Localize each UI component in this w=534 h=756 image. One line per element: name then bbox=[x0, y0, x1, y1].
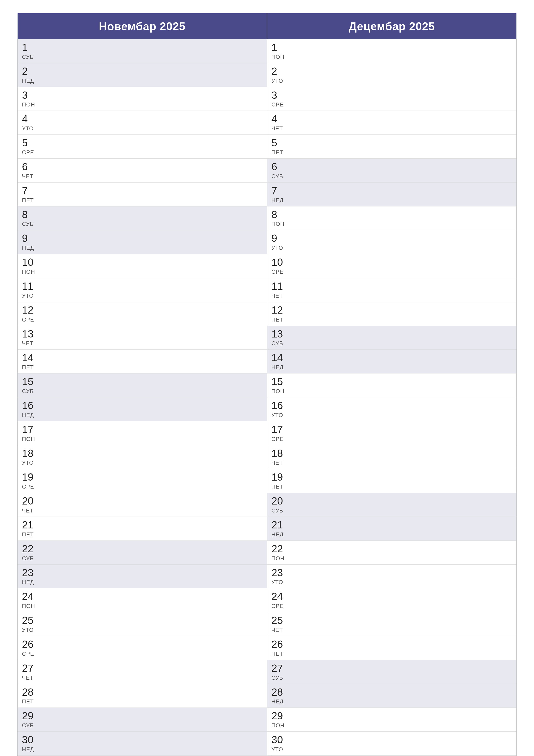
nov-day-row-13: 13 ЧЕТ bbox=[18, 326, 267, 350]
nov-day-row-6: 6 ЧЕТ bbox=[18, 159, 267, 182]
nov-day-info-16: 16 НЕД bbox=[22, 400, 39, 418]
dec-day-info-24: 24 СРЕ bbox=[271, 591, 289, 609]
nov-day-row-21: 21 ПЕТ bbox=[18, 517, 267, 541]
dec-day-number-26: 26 bbox=[271, 639, 289, 650]
dec-day-name-22: ПОН bbox=[271, 555, 289, 562]
dec-day-info-29: 29 ПОН bbox=[271, 710, 289, 729]
nov-day-row-19: 19 СРЕ bbox=[18, 469, 267, 493]
nov-day-row-26: 26 СРЕ bbox=[18, 636, 267, 660]
dec-day-name-16: УТО bbox=[271, 412, 289, 418]
dec-day-row-6: 6 СУБ bbox=[267, 159, 517, 182]
nov-day-info-7: 7 ПЕТ bbox=[22, 185, 39, 204]
nov-day-row-7: 7 ПЕТ bbox=[18, 182, 267, 206]
nov-day-number-23: 23 bbox=[22, 567, 39, 579]
dec-day-number-1: 1 bbox=[271, 42, 289, 53]
dec-day-info-20: 20 СУБ bbox=[271, 496, 289, 514]
nov-day-name-23: НЕД bbox=[22, 579, 39, 585]
dec-day-info-11: 11 ЧЕТ bbox=[271, 281, 289, 299]
dec-day-number-10: 10 bbox=[271, 257, 289, 268]
dec-day-name-20: СУБ bbox=[271, 507, 289, 514]
dec-day-number-13: 13 bbox=[271, 328, 289, 340]
dec-day-number-8: 8 bbox=[271, 209, 289, 221]
nov-day-number-16: 16 bbox=[22, 400, 39, 411]
dec-day-row-10: 10 СРЕ bbox=[267, 254, 517, 278]
december-column: 1 ПОН 2 УТО 3 СРЕ 4 ЧЕТ 5 ПЕТ bbox=[267, 39, 517, 756]
nov-day-row-8: 8 СУБ bbox=[18, 206, 267, 230]
nov-day-name-25: УТО bbox=[22, 627, 39, 634]
nov-day-row-25: 25 УТО bbox=[18, 612, 267, 636]
nov-day-row-23: 23 НЕД bbox=[18, 565, 267, 588]
dec-day-row-26: 26 ПЕТ bbox=[267, 636, 517, 660]
nov-day-name-19: СРЕ bbox=[22, 483, 39, 490]
dec-day-info-10: 10 СРЕ bbox=[271, 257, 289, 275]
dec-day-name-26: ПЕТ bbox=[271, 651, 289, 657]
nov-day-info-12: 12 СРЕ bbox=[22, 305, 39, 323]
dec-day-number-5: 5 bbox=[271, 137, 289, 149]
nov-day-name-2: НЕД bbox=[22, 78, 39, 84]
nov-day-name-12: СРЕ bbox=[22, 316, 39, 323]
dec-day-row-21: 21 НЕД bbox=[267, 517, 517, 541]
dec-day-name-7: НЕД bbox=[271, 197, 289, 204]
dec-day-number-23: 23 bbox=[271, 567, 289, 579]
nov-day-row-2: 2 НЕД bbox=[18, 63, 267, 87]
dec-day-name-23: УТО bbox=[271, 579, 289, 585]
dec-day-number-29: 29 bbox=[271, 710, 289, 722]
dec-day-info-18: 18 ЧЕТ bbox=[271, 448, 289, 466]
nov-day-row-20: 20 ЧЕТ bbox=[18, 493, 267, 517]
december-header: Децембар 2025 bbox=[267, 14, 516, 39]
nov-day-row-1: 1 СУБ bbox=[18, 39, 267, 63]
nov-day-info-21: 21 ПЕТ bbox=[22, 519, 39, 538]
nov-day-row-10: 10 ПОН bbox=[18, 254, 267, 278]
dec-day-number-28: 28 bbox=[271, 687, 289, 698]
dec-day-number-19: 19 bbox=[271, 472, 289, 483]
nov-day-name-6: ЧЕТ bbox=[22, 173, 39, 180]
nov-day-row-28: 28 ПЕТ bbox=[18, 684, 267, 708]
november-column: 1 СУБ 2 НЕД 3 ПОН 4 УТО 5 СРЕ bbox=[18, 39, 267, 756]
dec-day-info-4: 4 ЧЕТ bbox=[271, 113, 289, 132]
nov-day-info-27: 27 ЧЕТ bbox=[22, 663, 39, 681]
dec-day-info-6: 6 СУБ bbox=[271, 161, 289, 180]
nov-day-info-8: 8 СУБ bbox=[22, 209, 39, 228]
nov-day-number-7: 7 bbox=[22, 185, 39, 197]
nov-day-row-4: 4 УТО bbox=[18, 111, 267, 135]
nov-day-name-13: ЧЕТ bbox=[22, 340, 39, 347]
dec-day-row-16: 16 УТО bbox=[267, 397, 517, 421]
nov-day-number-8: 8 bbox=[22, 209, 39, 221]
dec-day-number-4: 4 bbox=[271, 113, 289, 125]
nov-day-row-11: 11 УТО bbox=[18, 278, 267, 302]
nov-day-number-21: 21 bbox=[22, 519, 39, 531]
dec-day-name-9: УТО bbox=[271, 245, 289, 251]
november-title: Новембар 2025 bbox=[99, 20, 186, 33]
dec-day-name-2: УТО bbox=[271, 78, 289, 84]
nov-day-row-15: 15 СУБ bbox=[18, 373, 267, 397]
nov-day-info-10: 10 ПОН bbox=[22, 257, 39, 275]
dec-day-number-25: 25 bbox=[271, 615, 289, 626]
nov-day-number-24: 24 bbox=[22, 591, 39, 602]
dec-day-info-7: 7 НЕД bbox=[271, 185, 289, 204]
dec-day-number-6: 6 bbox=[271, 161, 289, 173]
dec-day-name-12: ПЕТ bbox=[271, 316, 289, 323]
nov-day-number-22: 22 bbox=[22, 543, 39, 555]
nov-day-number-29: 29 bbox=[22, 710, 39, 722]
dec-day-info-13: 13 СУБ bbox=[271, 328, 289, 347]
nov-day-info-18: 18 УТО bbox=[22, 448, 39, 466]
nov-day-name-20: ЧЕТ bbox=[22, 507, 39, 514]
dec-day-name-3: СРЕ bbox=[271, 101, 289, 108]
nov-day-info-19: 19 СРЕ bbox=[22, 472, 39, 490]
nov-day-info-1: 1 СУБ bbox=[22, 42, 39, 60]
dec-day-info-21: 21 НЕД bbox=[271, 519, 289, 538]
nov-day-row-27: 27 ЧЕТ bbox=[18, 660, 267, 684]
dec-day-name-21: НЕД bbox=[271, 531, 289, 538]
dec-day-name-27: СУБ bbox=[271, 675, 289, 681]
dec-day-row-24: 24 СРЕ bbox=[267, 588, 517, 612]
nov-day-info-14: 14 ПЕТ bbox=[22, 352, 39, 371]
nov-day-name-11: УТО bbox=[22, 292, 39, 299]
dec-day-row-19: 19 ПЕТ bbox=[267, 469, 517, 493]
dec-day-row-12: 12 ПЕТ bbox=[267, 302, 517, 326]
nov-day-info-28: 28 ПЕТ bbox=[22, 687, 39, 705]
nov-day-info-30: 30 НЕД bbox=[22, 734, 39, 753]
dec-day-row-15: 15 ПОН bbox=[267, 373, 517, 397]
nov-day-info-23: 23 НЕД bbox=[22, 567, 39, 586]
nov-day-info-13: 13 ЧЕТ bbox=[22, 328, 39, 347]
nov-day-name-7: ПЕТ bbox=[22, 197, 39, 204]
